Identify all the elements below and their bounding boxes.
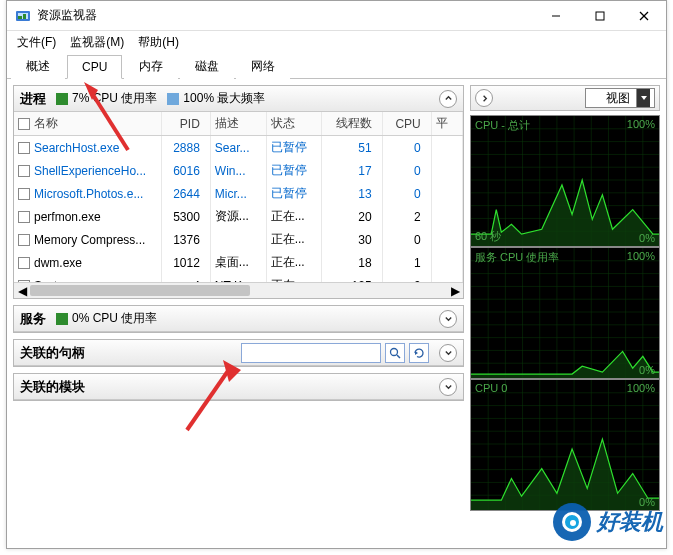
row-checkbox[interactable]: [18, 142, 30, 154]
max-freq-stat: 100% 最大频率: [167, 90, 265, 107]
tab-cpu[interactable]: CPU: [67, 55, 122, 79]
col-pid[interactable]: PID: [161, 112, 210, 136]
collapse-right-icon[interactable]: [475, 89, 493, 107]
chart: CPU 0100%0%: [470, 379, 660, 511]
col-status[interactable]: 状态: [266, 112, 322, 136]
menu-monitor[interactable]: 监视器(M): [66, 32, 128, 53]
cell-cpu: 0: [382, 136, 431, 160]
window-title: 资源监视器: [37, 7, 534, 24]
cell-status: 正在...: [266, 205, 322, 228]
col-name[interactable]: 名称: [14, 112, 161, 136]
table-row[interactable]: dwm.exe1012桌面...正在...181: [14, 251, 463, 274]
maximize-button[interactable]: [578, 1, 622, 31]
cell-pid: 6016: [161, 159, 210, 182]
process-name: SearchHost.exe: [34, 141, 119, 155]
processes-table-wrap: 名称 PID 描述 状态 线程数 CPU 平 SearchHost.exe288…: [14, 112, 463, 282]
menu-file[interactable]: 文件(F): [13, 32, 60, 53]
process-name: ShellExperienceHo...: [34, 164, 146, 178]
refresh-button[interactable]: [409, 343, 429, 363]
row-checkbox[interactable]: [18, 211, 30, 223]
menu-help[interactable]: 帮助(H): [134, 32, 183, 53]
scroll-right-icon[interactable]: ▶: [447, 283, 463, 298]
table-row[interactable]: perfmon.exe5300资源...正在...202: [14, 205, 463, 228]
expand-icon[interactable]: [439, 378, 457, 396]
right-pane: 视图 CPU - 总计100%0%60 秒服务 CPU 使用率100%0%CPU…: [468, 79, 666, 548]
table-row[interactable]: Microsoft.Photos.e...2644Micr...已暂停130: [14, 182, 463, 205]
view-selector[interactable]: 视图: [585, 88, 655, 108]
handles-search: [241, 343, 429, 363]
svg-marker-11: [641, 96, 647, 100]
services-header[interactable]: 服务 0% CPU 使用率: [14, 306, 463, 332]
cell-threads: 17: [322, 159, 382, 182]
col-threads[interactable]: 线程数: [322, 112, 382, 136]
minimize-button[interactable]: [534, 1, 578, 31]
tab-disk[interactable]: 磁盘: [180, 53, 234, 79]
titlebar: 资源监视器: [7, 1, 666, 31]
table-row[interactable]: SearchHost.exe2888Sear...已暂停510: [14, 136, 463, 160]
expand-icon[interactable]: [439, 344, 457, 362]
cell-status: 正在...: [266, 251, 322, 274]
chart-max: 100%: [627, 250, 655, 262]
services-title: 服务: [20, 310, 46, 328]
chart-title: 服务 CPU 使用率: [475, 250, 559, 265]
collapse-icon[interactable]: [439, 90, 457, 108]
cell-threads: 18: [322, 251, 382, 274]
cell-threads: 125: [322, 274, 382, 282]
modules-header[interactable]: 关联的模块: [14, 374, 463, 400]
cell-desc: NT K...: [210, 274, 266, 282]
col-avg[interactable]: 平: [431, 112, 462, 136]
tab-memory[interactable]: 内存: [124, 53, 178, 79]
row-checkbox[interactable]: [18, 165, 30, 177]
cell-desc: Micr...: [210, 182, 266, 205]
row-checkbox[interactable]: [18, 234, 30, 246]
expand-icon[interactable]: [439, 310, 457, 328]
table-row[interactable]: Memory Compress...1376正在...300: [14, 228, 463, 251]
watermark-logo-icon: [553, 503, 591, 541]
menubar: 文件(F) 监视器(M) 帮助(H): [7, 31, 666, 53]
cell-cpu: 0: [382, 274, 431, 282]
cell-status: 已暂停: [266, 159, 322, 182]
cell-pid: 2888: [161, 136, 210, 160]
watermark: 好装机: [553, 503, 663, 541]
chart-title: CPU - 总计: [475, 118, 530, 133]
process-name: Memory Compress...: [34, 233, 145, 247]
cell-avg: [431, 274, 462, 282]
horizontal-scrollbar[interactable]: ◀ ▶: [14, 282, 463, 298]
cpu-usage-stat: 7% CPU 使用率: [56, 90, 157, 107]
scroll-thumb[interactable]: [30, 285, 250, 296]
processes-header[interactable]: 进程 7% CPU 使用率 100% 最大频率: [14, 86, 463, 112]
svg-point-8: [391, 348, 398, 355]
content-area: 进程 7% CPU 使用率 100% 最大频率 名称 PID 描述 状态: [7, 79, 666, 548]
dropdown-icon[interactable]: [636, 89, 650, 107]
svg-rect-2: [18, 16, 22, 19]
cell-desc: Win...: [210, 159, 266, 182]
process-name: dwm.exe: [34, 256, 82, 270]
tab-overview[interactable]: 概述: [11, 53, 65, 79]
col-desc[interactable]: 描述: [210, 112, 266, 136]
svg-rect-5: [596, 12, 604, 20]
cell-threads: 51: [322, 136, 382, 160]
search-input[interactable]: [241, 343, 381, 363]
search-button[interactable]: [385, 343, 405, 363]
handles-header[interactable]: 关联的句柄: [14, 340, 463, 366]
scroll-left-icon[interactable]: ◀: [14, 283, 30, 298]
col-cpu[interactable]: CPU: [382, 112, 431, 136]
table-header-row: 名称 PID 描述 状态 线程数 CPU 平: [14, 112, 463, 136]
chart: 服务 CPU 使用率100%0%: [470, 247, 660, 379]
row-checkbox[interactable]: [18, 188, 30, 200]
tab-network[interactable]: 网络: [236, 53, 290, 79]
cell-cpu: 0: [382, 228, 431, 251]
table-row[interactable]: System4NT K...正在...1250: [14, 274, 463, 282]
cell-status: 正在...: [266, 274, 322, 282]
cell-desc: 资源...: [210, 205, 266, 228]
checkbox-all[interactable]: [18, 118, 30, 130]
table-row[interactable]: ShellExperienceHo...6016Win...已暂停170: [14, 159, 463, 182]
svg-rect-3: [23, 14, 26, 19]
svg-line-9: [397, 355, 400, 358]
close-button[interactable]: [622, 1, 666, 31]
services-cpu-stat: 0% CPU 使用率: [56, 310, 157, 327]
cell-pid: 4: [161, 274, 210, 282]
chart-max: 100%: [627, 382, 655, 394]
row-checkbox[interactable]: [18, 257, 30, 269]
cell-avg: [431, 136, 462, 160]
